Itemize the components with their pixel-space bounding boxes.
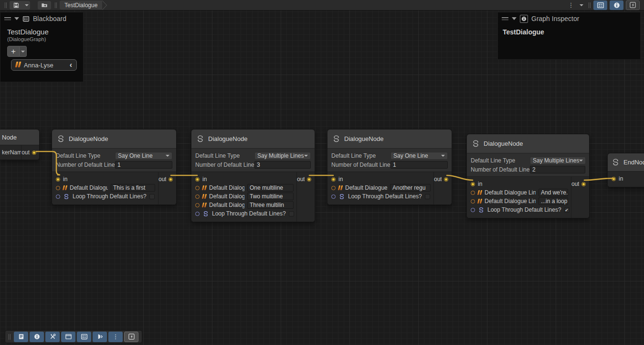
string-port[interactable]	[195, 194, 200, 199]
dialogue-node-3[interactable]: DialogueNode Default Line Type Say One L…	[327, 129, 452, 205]
bool-port[interactable]	[331, 194, 336, 199]
dialogue-line-input[interactable]: Two multiline	[247, 193, 294, 200]
dropdown-value: Say One Line	[393, 152, 441, 159]
graph-editor-window: TestDialogue ⋮ Node	[0, 0, 644, 345]
bool-port[interactable]	[471, 208, 475, 212]
out-port[interactable]	[444, 177, 448, 182]
loop-checkbox[interactable]	[149, 194, 155, 199]
save-button[interactable]	[10, 1, 23, 10]
blackboard-asset-name[interactable]: TestDialogue	[0, 25, 83, 36]
collapse-arrow-icon[interactable]	[512, 17, 517, 20]
asset-breadcrumb-tab[interactable]: TestDialogue	[60, 0, 102, 10]
end-node[interactable]: EndNode in	[607, 153, 644, 187]
string-port[interactable]	[195, 203, 200, 207]
node-title[interactable]: DialogueNode	[52, 129, 176, 148]
bool-port[interactable]	[56, 194, 60, 199]
string-port[interactable]	[331, 186, 336, 190]
out-port-label: out	[434, 176, 442, 183]
drag-handle-icon[interactable]	[502, 17, 508, 20]
line-type-dropdown[interactable]: Say One Line	[115, 152, 172, 160]
dialogue-node-1[interactable]: DialogueNode Default Line Type Say One L…	[52, 129, 177, 205]
dropdown-arrow-icon	[579, 160, 583, 162]
node-title[interactable]: EndNode	[608, 153, 644, 171]
out-port[interactable]	[169, 177, 173, 182]
window-button[interactable]	[61, 332, 75, 342]
line-type-dropdown[interactable]: Say Multiple Lines	[530, 157, 586, 164]
port-label: kerName	[2, 149, 21, 156]
start-node-partial[interactable]: Node kerName out	[0, 129, 40, 160]
collapse-chevron-icon[interactable]: ‹	[70, 62, 72, 68]
loop-checkbox[interactable]	[425, 194, 430, 199]
out-port[interactable]	[581, 182, 586, 186]
graph-inspector-header[interactable]: Graph Inspector	[498, 12, 640, 25]
toggle-spark-button[interactable]	[626, 0, 640, 10]
port-label: Default Dialogue Line	[70, 184, 108, 191]
in-port[interactable]	[612, 177, 616, 181]
add-property-dropdown-button[interactable]	[20, 46, 27, 57]
blackboard-icon	[81, 333, 88, 340]
in-port-label: in	[202, 176, 207, 183]
dropdown-arrow-icon	[25, 4, 29, 6]
dialogue-line-input[interactable]: This is a first	[111, 184, 155, 192]
blackboard-panel-button[interactable]	[77, 332, 91, 342]
node-title-label: DialogueNode	[344, 135, 383, 142]
toggle-blackboard-button[interactable]	[593, 0, 607, 10]
out-port[interactable]	[32, 151, 36, 155]
in-port[interactable]	[331, 177, 336, 182]
toolbar-drag-handle[interactable]	[5, 2, 7, 8]
transition-button[interactable]	[93, 332, 107, 342]
string-port[interactable]	[471, 199, 475, 204]
save-dropdown-button[interactable]	[23, 1, 30, 10]
string-port[interactable]	[195, 186, 200, 190]
dialogue-node-4[interactable]: DialogueNode Default Line Type Say Multi…	[466, 134, 590, 218]
tools-button[interactable]	[45, 332, 60, 342]
property-name: Anna-Lyse	[24, 62, 66, 69]
out-port[interactable]	[307, 177, 311, 182]
num-lines-input[interactable]: 1	[115, 161, 172, 169]
node-title[interactable]: DialogueNode	[191, 129, 315, 148]
field-label: Default Line Type	[56, 152, 115, 159]
add-property-button[interactable]: +	[7, 46, 20, 57]
dialogue-line-input[interactable]: And we're...	[538, 189, 568, 196]
in-port[interactable]	[471, 182, 475, 186]
in-port[interactable]	[56, 177, 60, 182]
drag-handle-icon[interactable]	[4, 17, 11, 20]
bool-port[interactable]	[195, 212, 200, 216]
open-asset-button[interactable]	[38, 1, 51, 10]
blackboard-property-anna-lyse[interactable]: Anna-Lyse ‹	[11, 59, 77, 71]
overflow-menu-button[interactable]: ⋮	[564, 1, 578, 10]
node-title[interactable]: DialogueNode	[467, 134, 589, 153]
toggle-inspector-button[interactable]	[610, 0, 623, 10]
loop-icon	[338, 194, 345, 200]
line-type-dropdown[interactable]: Say One Line	[391, 152, 448, 160]
node-title[interactable]: DialogueNode	[327, 129, 452, 148]
dialogue-line-input[interactable]: ...in a loop	[538, 197, 568, 205]
num-lines-input[interactable]: 1	[391, 161, 448, 169]
tools-icon	[49, 333, 56, 340]
blackboard-header[interactable]: Blackboard	[0, 12, 83, 25]
dialogue-line-input[interactable]: Three multilin	[247, 201, 294, 209]
num-lines-input[interactable]: 2	[530, 166, 585, 173]
dialogue-node-2[interactable]: DialogueNode Default Line Type Say Multi…	[191, 129, 315, 222]
info-icon	[613, 1, 621, 9]
field-label: Number of Default Lines	[471, 166, 530, 173]
loop-checkbox[interactable]: ✔	[564, 207, 570, 213]
dialogue-line-input[interactable]: One multiline	[247, 184, 294, 192]
spark-button[interactable]	[124, 332, 138, 342]
string-port[interactable]	[471, 191, 475, 195]
line-type-dropdown[interactable]: Say Multiple Lines	[254, 152, 311, 160]
num-lines-input[interactable]: 3	[254, 161, 311, 169]
overflow-menu-button[interactable]: ⋮	[108, 332, 123, 342]
inspector-panel-button[interactable]	[30, 332, 44, 342]
file-panel-button[interactable]	[14, 332, 28, 342]
in-port[interactable]	[195, 177, 200, 182]
node-title[interactable]: Node	[0, 129, 39, 145]
port-label: Loop Through Default Lines?	[348, 193, 422, 200]
overflow-dropdown-button[interactable]	[578, 1, 585, 10]
loop-checkbox[interactable]	[289, 211, 294, 216]
blackboard-icon	[22, 15, 30, 22]
dialogue-line-input[interactable]: Another regu	[390, 184, 431, 192]
string-port[interactable]	[56, 186, 60, 190]
collapse-arrow-icon[interactable]	[14, 17, 19, 20]
toolbar-drag-handle[interactable]	[9, 334, 11, 340]
